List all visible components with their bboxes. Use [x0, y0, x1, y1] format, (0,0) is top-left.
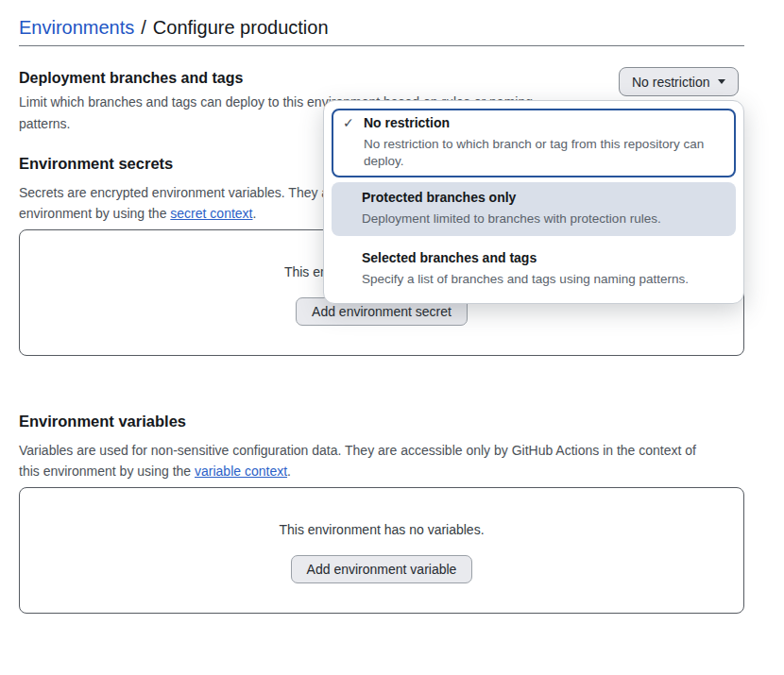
- restriction-dropdown-menu: ✓ No restriction No restriction to which…: [323, 100, 744, 304]
- secret-context-link[interactable]: secret context: [170, 206, 252, 221]
- deployment-section-heading: Deployment branches and tags: [19, 70, 243, 87]
- page-title: Configure production: [153, 17, 329, 38]
- secrets-section-heading: Environment secrets: [19, 155, 173, 173]
- variable-context-link[interactable]: variable context: [195, 464, 287, 479]
- triangle-down-icon: [718, 79, 725, 84]
- variables-empty-box: This environment has no variables. Add e…: [19, 487, 744, 614]
- breadcrumb: Environments/Configure production: [19, 14, 744, 41]
- restriction-select-button[interactable]: No restriction: [619, 67, 739, 96]
- variables-description-line2: this environment by using the: [19, 464, 195, 479]
- restriction-select-label: No restriction: [632, 75, 709, 90]
- menu-item-title: No restriction: [364, 114, 450, 132]
- variables-empty-text: This environment has no variables.: [279, 522, 484, 538]
- menu-item-title: Protected branches only: [362, 189, 726, 207]
- breadcrumb-separator: /: [141, 17, 146, 38]
- menu-item-selected-branches-and-tags[interactable]: Selected branches and tags Specify a lis…: [332, 242, 736, 295]
- header-divider: [19, 45, 744, 46]
- variables-section-heading: Environment variables: [19, 413, 186, 430]
- variables-description-line1: Variables are used for non-sensitive con…: [19, 443, 696, 458]
- menu-item-description: Specify a list of branches and tags usin…: [362, 271, 726, 288]
- breadcrumb-link-environments[interactable]: Environments: [19, 17, 134, 38]
- menu-item-no-restriction[interactable]: ✓ No restriction No restriction to which…: [332, 109, 736, 177]
- menu-item-description: No restriction to which branch or tag fr…: [364, 136, 724, 170]
- add-environment-variable-button[interactable]: Add environment variable: [291, 555, 473, 583]
- menu-item-protected-branches-only[interactable]: Protected branches only Deployment limit…: [332, 182, 736, 236]
- menu-item-description: Deployment limited to branches with prot…: [362, 211, 726, 228]
- check-icon: ✓: [343, 114, 356, 132]
- secrets-description-line2: environment by using the: [19, 206, 170, 221]
- menu-item-title: Selected branches and tags: [362, 249, 726, 267]
- variables-section-description: Variables are used for non-sensitive con…: [19, 441, 742, 481]
